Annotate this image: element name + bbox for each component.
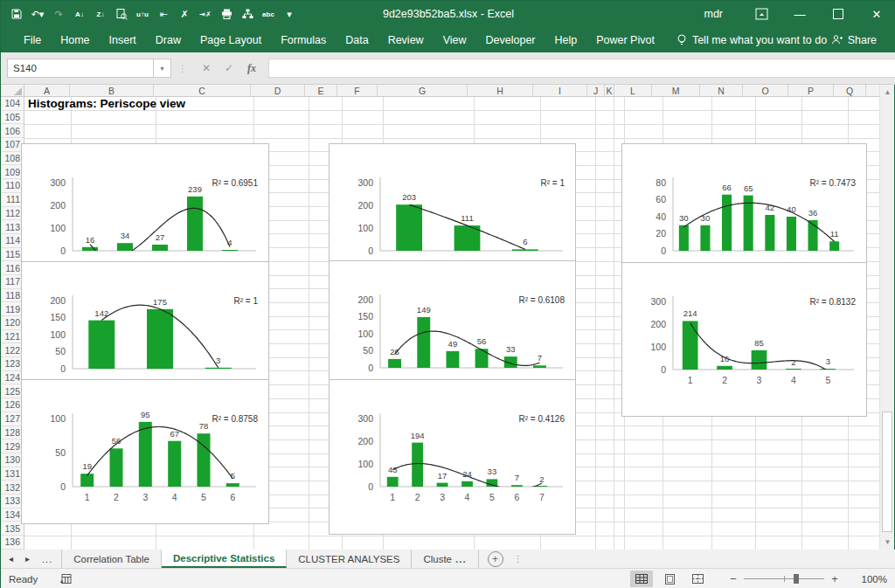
sheet-nav: ◂ ▸ ... xyxy=(1,550,61,568)
normal-view-button[interactable] xyxy=(630,571,653,587)
column-header-I[interactable]: I xyxy=(533,85,587,96)
scroll-up-arrow[interactable]: ▲ xyxy=(880,85,895,100)
ribbon-tab-data[interactable]: Data xyxy=(336,27,378,52)
column-header-F[interactable]: F xyxy=(337,85,378,96)
column-header-P[interactable]: P xyxy=(788,85,834,96)
ribbon-tab-page-layout[interactable]: Page Layout xyxy=(191,27,271,52)
zoom-slider-thumb[interactable] xyxy=(794,574,799,584)
column-header-K[interactable]: K xyxy=(605,85,614,96)
ribbon-tab-review[interactable]: Review xyxy=(378,27,434,52)
ribbon-tab-draw[interactable]: Draw xyxy=(146,27,191,52)
chart-histogram-6[interactable]: 0100200300214168523R² = 0.813212345 xyxy=(621,262,867,417)
tell-me-box[interactable]: Tell me what you want to do xyxy=(676,34,827,46)
cancel-formula-button[interactable]: ✕ xyxy=(195,59,218,78)
bar-label: 17 xyxy=(438,471,448,481)
sort-descending-icon[interactable]: Z↓ xyxy=(92,5,109,23)
undo-icon[interactable]: ↶▾ xyxy=(29,5,46,23)
bar-label: 36 xyxy=(808,208,818,218)
page-layout-view-button[interactable] xyxy=(658,571,681,587)
sheet-tab-cluster-analyses[interactable]: CLUSTER ANALYSES xyxy=(287,550,412,568)
column-header-G[interactable]: G xyxy=(378,85,468,96)
close-button[interactable]: ✕ xyxy=(857,1,895,27)
name-box[interactable]: S140 xyxy=(7,59,154,78)
name-box-dropdown[interactable]: ▾ xyxy=(154,59,171,78)
print-icon[interactable] xyxy=(218,5,235,23)
sheet-tab-cluste[interactable]: Cluste... xyxy=(412,550,478,568)
page-break-preview-button[interactable] xyxy=(686,571,709,587)
ribbon-tab-formulas[interactable]: Formulas xyxy=(271,27,336,52)
ribbon-tab-view[interactable]: View xyxy=(434,27,476,52)
zoom-level[interactable]: 100% xyxy=(854,574,887,585)
column-header-H[interactable]: H xyxy=(468,85,533,96)
chart-histogram-4[interactable]: 0501001502001421753R² = 1 xyxy=(21,261,269,380)
ribbon-tab-power-pivot[interactable]: Power Pivot xyxy=(586,27,664,52)
chart-histogram-5[interactable]: 050100150200261494956337R² = 0.6108 xyxy=(329,260,576,380)
spelling-icon[interactable]: abc xyxy=(260,5,277,23)
macro-record-icon[interactable] xyxy=(60,574,72,584)
row-header-104[interactable]: 104 xyxy=(1,97,24,111)
ribbon-tab-developer[interactable]: Developer xyxy=(476,27,545,52)
chart-histogram-7[interactable]: 05010019569567785R² = 0.8758123456 xyxy=(21,379,269,524)
ribbon-tab-file[interactable]: File xyxy=(14,27,51,52)
tell-me-label: Tell me what you want to do xyxy=(692,34,827,46)
insert-function-button[interactable]: fx xyxy=(240,59,263,78)
column-header-Q[interactable]: Q xyxy=(834,85,866,96)
column-header-E[interactable]: E xyxy=(305,85,337,96)
row-header-105[interactable]: 105 xyxy=(1,111,24,125)
new-sheet-button[interactable]: + xyxy=(488,551,503,567)
y-axis: 0100200300 xyxy=(650,296,673,375)
maximize-button[interactable] xyxy=(819,1,857,27)
zoom-in-button[interactable]: + xyxy=(828,572,842,585)
print-preview-icon[interactable] xyxy=(113,5,130,23)
column-header-M[interactable]: M xyxy=(652,85,700,96)
superscript-icon[interactable]: u↑u xyxy=(134,5,151,23)
qat-customize-icon[interactable]: ▾ xyxy=(281,5,298,23)
formula-input[interactable] xyxy=(268,59,895,78)
save-icon[interactable] xyxy=(8,5,25,23)
sort-ascending-icon[interactable]: A↓ xyxy=(71,5,88,23)
select-all-corner[interactable] xyxy=(1,85,24,96)
column-header-B[interactable]: B xyxy=(70,85,154,96)
sheet-overflow-button[interactable]: ... xyxy=(42,554,52,564)
svg-text:50: 50 xyxy=(363,345,373,356)
chart-histogram-2[interactable]: 01002003002031116R² = 1 xyxy=(329,143,576,261)
worksheet-grid[interactable]: 1041051061071081091101111121131141151161… xyxy=(1,97,881,550)
ribbon-tab-home[interactable]: Home xyxy=(51,27,99,52)
column-header-A[interactable]: A xyxy=(24,85,70,96)
column-header-C[interactable]: C xyxy=(154,85,251,96)
scroll-down-arrow[interactable]: ▼ xyxy=(880,535,895,550)
outline-icon[interactable]: ⇤ xyxy=(155,5,172,23)
ribbon-tab-help[interactable]: Help xyxy=(545,27,587,52)
redo-icon[interactable]: ↷ xyxy=(50,5,67,23)
row-header-136[interactable]: 136 xyxy=(1,536,24,550)
column-header-J[interactable]: J xyxy=(587,85,605,96)
chart-histogram-3[interactable]: 0204060803030666542403611R² = 0.7473 xyxy=(621,143,867,263)
share-button[interactable]: Share xyxy=(831,34,877,46)
svg-text:100: 100 xyxy=(357,223,373,233)
column-header-N[interactable]: N xyxy=(700,85,743,96)
chart-histogram-8[interactable]: 01002003004319417243372R² = 0.4126123456… xyxy=(329,379,576,535)
diagram-icon[interactable] xyxy=(239,5,256,23)
column-header-D[interactable]: D xyxy=(251,85,305,96)
enter-formula-button[interactable]: ✓ xyxy=(218,59,240,78)
row-header-106[interactable]: 106 xyxy=(1,124,24,138)
bar xyxy=(88,321,114,369)
vertical-scroll-thumb[interactable] xyxy=(882,412,892,532)
ribbon-display-options-icon[interactable] xyxy=(742,1,781,27)
column-header-O[interactable]: O xyxy=(743,85,788,96)
sheet-tab-correlation-table[interactable]: Correlation Table xyxy=(61,550,162,568)
column-header-L[interactable]: L xyxy=(614,85,652,96)
zoom-out-button[interactable]: − xyxy=(726,572,740,585)
sheet-tab-bar: ◂ ▸ ... Correlation TableDescriptive Sta… xyxy=(1,550,895,569)
ribbon-tab-insert[interactable]: Insert xyxy=(100,27,146,52)
next-sheet-icon[interactable]: ▸ xyxy=(25,554,30,564)
strikethrough-icon[interactable]: ✗ xyxy=(176,5,193,23)
prev-sheet-icon[interactable]: ◂ xyxy=(9,554,13,564)
vertical-scrollbar[interactable]: ▲ ▼ xyxy=(879,85,894,550)
sheet-tab-descriptive-statistics[interactable]: Descriptive Statistics xyxy=(162,550,287,568)
minimize-button[interactable]: — xyxy=(781,1,819,27)
delete-cells-icon[interactable]: ⇥✗ xyxy=(197,5,214,23)
bars: 3030666542403611 xyxy=(679,183,839,251)
zoom-slider[interactable] xyxy=(744,572,824,585)
chart-histogram-1[interactable]: 01002003001634272394R² = 0.6951 xyxy=(21,143,269,262)
